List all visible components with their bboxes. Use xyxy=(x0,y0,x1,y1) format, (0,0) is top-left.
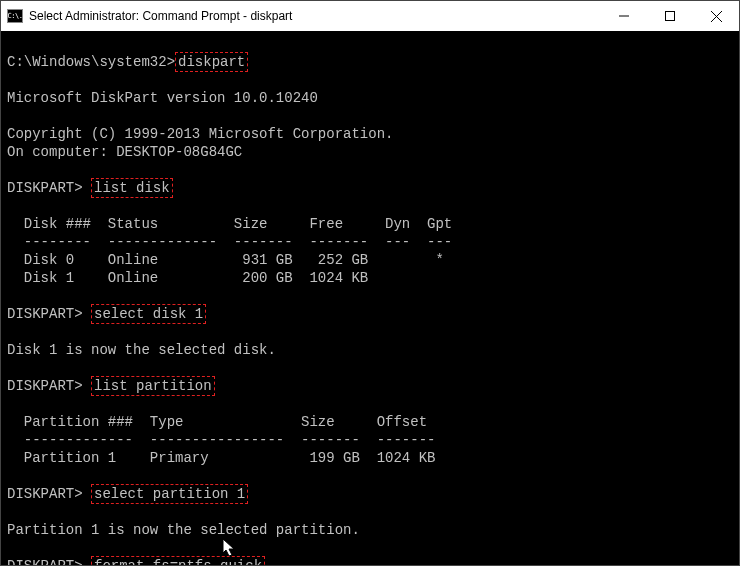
diskpart-prompt: DISKPART> xyxy=(7,180,91,196)
cmd-select-partition-highlight: select partition 1 xyxy=(91,484,248,504)
disk-table-divider: -------- ------------- ------- ------- -… xyxy=(7,234,452,250)
selected-disk-msg: Disk 1 is now the selected disk. xyxy=(7,342,276,358)
cmd-select-disk-highlight: select disk 1 xyxy=(91,304,206,324)
diskpart-prompt: DISKPART> xyxy=(7,558,91,565)
minimize-icon xyxy=(619,11,629,21)
diskpart-prompt: DISKPART> xyxy=(7,378,91,394)
partition-table-divider: ------------- ---------------- ------- -… xyxy=(7,432,435,448)
cmd-list-partition-highlight: list partition xyxy=(91,376,215,396)
close-button[interactable] xyxy=(693,1,739,31)
cmd-diskpart-highlight: diskpart xyxy=(175,52,248,72)
disk-row-1: Disk 1 Online 200 GB 1024 KB xyxy=(7,270,368,286)
version-line: Microsoft DiskPart version 10.0.10240 xyxy=(7,90,318,106)
maximize-button[interactable] xyxy=(647,1,693,31)
maximize-icon xyxy=(665,11,675,21)
diskpart-prompt: DISKPART> xyxy=(7,486,91,502)
window-title: Select Administrator: Command Prompt - d… xyxy=(29,9,292,23)
command-prompt-window: C:\. Select Administrator: Command Promp… xyxy=(0,0,740,566)
selected-partition-msg: Partition 1 is now the selected partitio… xyxy=(7,522,360,538)
close-icon xyxy=(711,11,722,22)
disk-table-header: Disk ### Status Size Free Dyn Gpt xyxy=(7,216,452,232)
disk-row-0: Disk 0 Online 931 GB 252 GB * xyxy=(7,252,444,268)
svg-marker-4 xyxy=(223,539,234,556)
cmd-list-disk-highlight: list disk xyxy=(91,178,173,198)
diskpart-prompt: DISKPART> xyxy=(7,306,91,322)
prompt-path: C:\Windows\system32> xyxy=(7,54,175,70)
cmd-icon: C:\. xyxy=(7,9,23,23)
computer-line: On computer: DESKTOP-08G84GC xyxy=(7,144,242,160)
svg-rect-1 xyxy=(666,12,675,21)
copyright-line: Copyright (C) 1999-2013 Microsoft Corpor… xyxy=(7,126,393,142)
titlebar[interactable]: C:\. Select Administrator: Command Promp… xyxy=(1,1,739,31)
partition-row-0: Partition 1 Primary 199 GB 1024 KB xyxy=(7,450,435,466)
cmd-format-highlight: format fs=ntfs quick xyxy=(91,556,265,565)
partition-table-header: Partition ### Type Size Offset xyxy=(7,414,427,430)
terminal-output[interactable]: C:\Windows\system32>diskpart Microsoft D… xyxy=(1,31,739,565)
minimize-button[interactable] xyxy=(601,1,647,31)
